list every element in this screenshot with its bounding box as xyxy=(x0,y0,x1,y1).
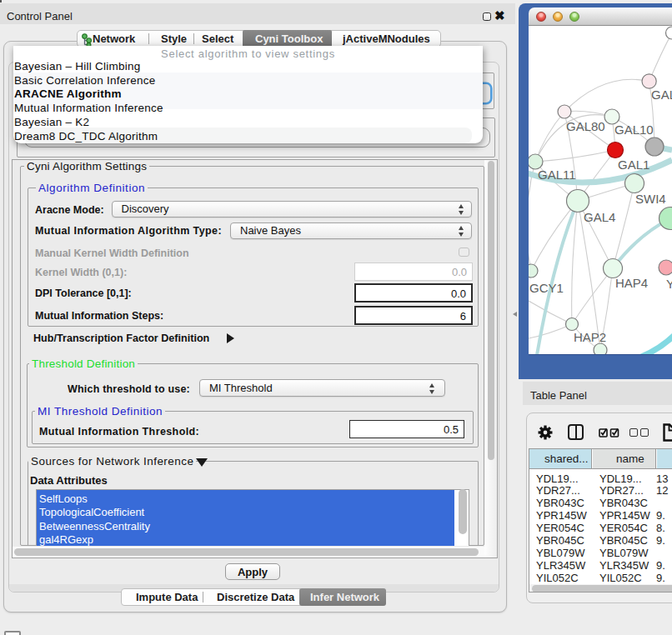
svg-text:SWI4: SWI4 xyxy=(635,192,666,206)
svg-text:GAL10: GAL10 xyxy=(614,122,654,137)
svg-text:Y: Y xyxy=(666,277,672,291)
svg-text:GAL2: GAL2 xyxy=(651,88,672,102)
svg-text:GAL11: GAL11 xyxy=(538,168,576,182)
svg-text:GCY1: GCY1 xyxy=(529,281,564,295)
svg-text:HAP2: HAP2 xyxy=(574,330,606,344)
svg-text:GAL80: GAL80 xyxy=(566,119,605,133)
svg-text:GAL4: GAL4 xyxy=(584,210,615,224)
svg-text:HAP4: HAP4 xyxy=(615,276,648,290)
svg-text:GAL1: GAL1 xyxy=(618,158,649,172)
